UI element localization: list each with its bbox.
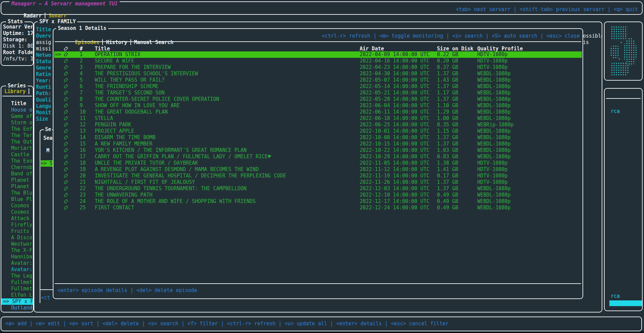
series-list-item[interactable]: Avatar: [1,260,33,266]
episode-row[interactable]: 4THE PRESTIGIOUS SCHOOL'S INTERVIEW2022-… [54,71,582,77]
series-list-item[interactable]: The Blu [1,190,33,196]
episode-row[interactable]: 3PREPARE FOR THE INTERVIEW2022-04-23 14:… [54,64,582,71]
series-list-item[interactable]: Band of [1,171,33,177]
seasons-panel-title-fragment: Se [44,126,52,133]
episode-row[interactable]: 11STELLA2022-06-18 14:00:00 UTC1.00 GBWE… [54,115,582,122]
series-list-item[interactable]: The Out [1,139,33,145]
episode-row[interactable]: 16YOR'S KITCHEN / THE INFORMANT'S GREAT … [54,147,582,154]
episode-title: SECURE A WIFE [95,58,134,64]
episode-row[interactable]: 14DISARM THE TIME BOMB2022-10-08 14:00:0… [54,134,582,141]
episode-number: 12 [80,122,86,128]
series-column-header: Title [11,100,26,107]
episode-size-on-disk: 1.37 GB [437,134,458,141]
episode-row[interactable]: 7THE TARGET'S SECOND SON2022-05-21 14:00… [54,90,582,96]
series-list-item[interactable]: Storm o [1,120,33,126]
tab-library[interactable]: Library [4,88,32,95]
episode-number: 23 [80,192,86,198]
episode-row[interactable]: 15A NEW FAMILY MEMBER2022-10-15 14:00:00… [54,141,582,147]
episode-row[interactable]: 12PENGUIN PARK2022-06-25 14:00:00 UTC0.3… [54,122,582,128]
series-list-item[interactable]: Planet [1,183,33,190]
episode-row[interactable]: =>1OPERATION STRIX2022-04-09 14:00:00 UT… [54,51,582,58]
series-list-item[interactable]: Firefly [1,222,33,228]
episode-row[interactable]: 18UNCLE THE PRIVATE TUTOR / DAYBREAK2022… [54,160,582,166]
series-list-item[interactable]: Attack [1,215,33,222]
series-list-item[interactable]: Hanniba [1,254,33,260]
episode-number: 5 [80,77,83,83]
episode-size-on-disk: 1.29 GB [437,109,458,115]
monitored-tag-icon [64,109,68,115]
episode-quality-profile: WEBDL-1080p [477,115,511,122]
popup-tab-separator [130,39,131,45]
series-list-item[interactable]: Moriart [1,145,33,152]
episode-row[interactable]: 5WILL THEY PASS OR FAIL?2022-05-07 14:00… [54,77,582,83]
series-list-item[interactable]: The Ter [1,132,33,139]
episode-row[interactable]: 13PROJECT APPLE2022-10-01 14:00:00 UTC1.… [54,128,582,134]
tab-sonarr[interactable]: Sonarr [48,13,67,19]
series-list-item[interactable]: Cosmos [1,209,33,215]
episode-row[interactable]: 20INVESTIGATE THE GENERAL HOSPITAL / DEC… [54,173,582,179]
series-list-item[interactable]: Fruits [1,228,33,235]
series-list-item[interactable]: The Exo [1,158,33,164]
series-list-item[interactable]: The Enf [1,126,33,132]
series-list-item[interactable]: Westwor [1,241,33,247]
episode-row[interactable]: 17CARRY OUT THE GRIFFIN PLAN / FULLMETAL… [54,154,582,160]
series-title: Moriart [11,145,32,151]
library-keybindings-help: <a> add | <e> edit | <o> sort | <del> de… [5,321,449,327]
series-list-item[interactable]: Chernob [1,164,33,171]
series-list-item[interactable]: Blue Pl [1,196,33,203]
series-list-item[interactable]: Fullmet [1,279,33,286]
series-list-item[interactable]: Castle [1,152,33,158]
tab-history[interactable]: History [106,39,127,45]
seasons-selected-row-fragment[interactable]: => S [41,160,53,167]
episode-row[interactable]: 8THE COUNTER-SECRET POLICE COVER OPERATI… [54,96,582,102]
episode-row[interactable]: 10THE GREAT DODGEBALL PLAN2022-06-11 14:… [54,109,582,115]
series-list-item[interactable]: Elfen L [1,292,33,298]
series-list-item[interactable]: A Disco [1,235,33,241]
episode-row[interactable]: 9SHOW OFF HOW IN LOVE YOU ARE2022-06-04 … [54,102,582,109]
popup-title: Season 1 Details [56,25,108,32]
episode-air-date: 2022-11-12 14:00:00 UTC [360,166,430,173]
episode-air-date: 2022-10-22 14:00:00 UTC [360,147,430,154]
right-panel-selected-bar[interactable] [609,300,642,306]
stats-lines: Sonarr VerUptime: 17Storage:Disk 1: 80Ro… [3,24,33,62]
episode-row[interactable]: 22THE UNDERGROUND TENNIS TOURNAMENT: THE… [54,185,582,192]
episode-title: STELLA [95,115,113,122]
tab-radarr[interactable]: Radarr [24,13,42,19]
stats-line: Root Folde [3,49,33,56]
episode-title: NIGHTFALL / FIRST FIT OF JEALOUSY [95,179,195,185]
series-detail-fields: TitleOvervassigmissiNetwoStatuGenreRatin… [36,27,52,122]
episode-row[interactable]: 24THE ROLE OF A MOTHER AND WIFE / SHOPPI… [54,198,582,205]
global-keybindings-help: <tab> next servarr | <shift-tab> previou… [456,6,638,13]
series-list-item[interactable]: Outland [1,305,33,311]
series-list-item[interactable]: Planet [1,177,33,183]
tab-manual-search[interactable]: Manual Search [134,39,173,45]
episode-quality-profile: HDTV-1080p [477,160,508,166]
series-list-item[interactable]: => SPY x F [1,298,33,305]
episode-size-on-disk: 1.37 GB [437,96,458,102]
episode-title: A NEW FAMILY MEMBER [95,141,153,147]
tab-episodes[interactable]: Episodes [75,39,99,45]
series-list-item[interactable]: Fullmet [1,286,33,292]
stats-line: Uptime: 17 [3,30,33,37]
series-list-item[interactable]: Avatar: [1,266,33,273]
episode-row[interactable]: 21NIGHTFALL / FIRST FIT OF JEALOUSY2022-… [54,179,582,185]
episode-row[interactable]: 6THE FRIENDSHIP SCHEME2022-05-14 14:00:0… [54,83,582,90]
series-title: Planet [11,177,29,183]
series-list-item[interactable]: Game of [1,113,33,120]
series-title: Fullmet [11,286,32,292]
episode-row[interactable]: 19A REVENGE PLOT AGAINST DESMOND / MAMA … [54,166,582,173]
episode-size-on-disk: 0.20 GB [437,58,458,64]
episode-quality-profile: HDTV-1080p [477,166,508,173]
series-list-item[interactable]: Cosmos [1,203,33,209]
monitored-tag-icon [64,102,68,109]
series-list-item[interactable]: House o [1,107,33,113]
episode-number: 20 [80,173,86,179]
episode-row[interactable]: 23THE UNWAVERING PATH2022-12-10 14:00:00… [54,192,582,198]
series-detail-field-label: Quali [36,97,52,103]
episode-row[interactable]: 2SECURE A WIFE2022-04-16 14:00:00 UTC0.2… [54,58,582,64]
series-title: Attack [11,215,29,221]
monitored-tag-icon [64,96,68,102]
episode-row[interactable]: 25FIRST CONTACT2022-12-24 14:00:00 UTC0.… [54,205,582,211]
series-list-item[interactable]: The Leg [1,273,33,279]
series-list-item[interactable]: The X-F [1,247,33,254]
